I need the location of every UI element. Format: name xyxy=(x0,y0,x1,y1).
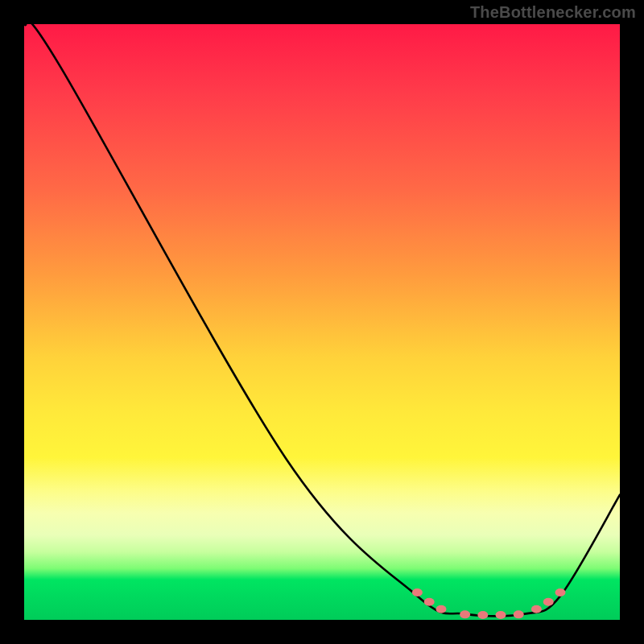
watermark-text: TheBottlenecker.com xyxy=(470,3,636,22)
marker-dot xyxy=(460,610,470,618)
marker-dot xyxy=(477,611,488,619)
marker-dot xyxy=(412,588,423,597)
marker-dot xyxy=(424,598,435,606)
curve-layer xyxy=(24,24,620,620)
plot-area xyxy=(24,24,620,620)
bottleneck-curve xyxy=(24,24,620,616)
marker-dot xyxy=(555,588,566,597)
marker-dot xyxy=(531,605,542,613)
marker-dot xyxy=(543,598,554,606)
marker-group xyxy=(412,588,566,619)
marker-dot xyxy=(496,611,506,619)
marker-dot xyxy=(436,605,447,613)
chart-stage: TheBottlenecker.com xyxy=(0,0,644,644)
marker-dot xyxy=(514,610,524,618)
